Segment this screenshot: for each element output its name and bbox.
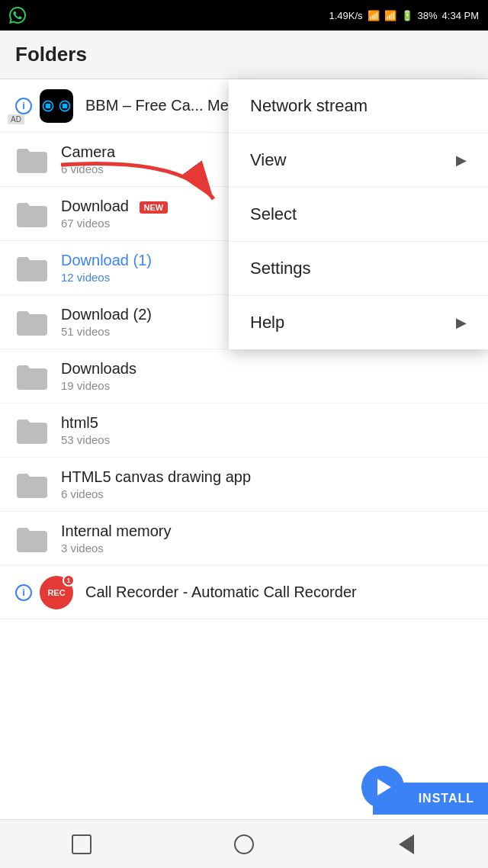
battery-percent: 38% <box>418 10 438 21</box>
signal-icon: 📶 <box>384 10 396 21</box>
menu-item-label: Help <box>250 313 284 333</box>
chevron-right-icon: ▶ <box>456 152 467 169</box>
menu-item-label: View <box>250 150 286 170</box>
menu-item-settings[interactable]: Settings <box>229 242 488 296</box>
network-speed: 1.49K/s <box>329 10 362 21</box>
menu-item-view[interactable]: View ▶ <box>229 133 488 188</box>
time: 4:34 PM <box>442 10 479 21</box>
chevron-right-icon: ▶ <box>456 314 467 331</box>
menu-item-label: Select <box>250 204 297 224</box>
menu-item-help[interactable]: Help ▶ <box>229 296 488 349</box>
whatsapp-notification <box>9 0 26 31</box>
menu-item-select[interactable]: Select <box>229 188 488 242</box>
context-menu: Network stream View ▶ Select Settings He… <box>229 79 488 349</box>
menu-item-label: Network stream <box>250 96 368 116</box>
dropdown-overlay[interactable]: Network stream View ▶ Select Settings He… <box>0 31 488 868</box>
battery-icon: 🔋 <box>401 10 413 21</box>
menu-item-label: Settings <box>250 259 311 278</box>
status-bar: 1.49K/s 📶 📶 🔋 38% 4:34 PM <box>0 0 488 31</box>
menu-item-network-stream[interactable]: Network stream <box>229 79 488 133</box>
whatsapp-icon <box>9 7 26 24</box>
sim-icon: 📶 <box>368 10 380 21</box>
